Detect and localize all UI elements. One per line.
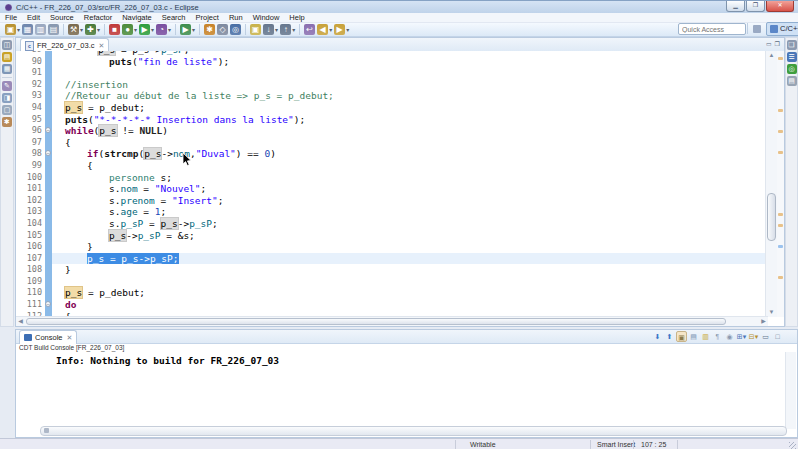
menu-item-file[interactable]: File: [0, 13, 22, 22]
back-button[interactable]: ◀▾: [317, 24, 332, 36]
dropdown-caret-icon[interactable]: ▾: [80, 26, 83, 33]
run-button[interactable]: ▶▾: [139, 24, 154, 36]
line-number[interactable]: 99: [16, 160, 45, 172]
dropdown-caret-icon[interactable]: ▾: [275, 26, 278, 33]
scrollbar-thumb[interactable]: [26, 318, 726, 325]
line-number[interactable]: 101: [16, 183, 45, 195]
minimized-view-1-icon[interactable]: ✎: [2, 81, 12, 91]
profile-button[interactable]: ◔▾: [156, 24, 171, 36]
pin-console-icon[interactable]: ◉: [724, 331, 735, 342]
toggle-mark-occurrences-button[interactable]: ▣: [250, 24, 261, 36]
dropdown-caret-icon[interactable]: ▾: [151, 26, 154, 33]
maximize-console-icon[interactable]: □: [772, 331, 783, 342]
line-number[interactable]: 95: [16, 114, 45, 126]
line-number[interactable]: 108: [16, 264, 45, 276]
restore-left-views-icon[interactable]: ◫: [2, 40, 12, 50]
console-tab-close-icon[interactable]: ✕: [67, 334, 73, 342]
editor-tab[interactable]: c FR_226_07_03.c ✕: [20, 38, 109, 52]
prev-annotation-button[interactable]: ↑▾: [280, 24, 295, 36]
minimized-view-docs-icon[interactable]: ▤: [787, 76, 797, 86]
editor-vertical-scrollbar[interactable]: ▲ ▼: [765, 51, 777, 317]
terminate-button[interactable]: ■: [109, 24, 120, 36]
display-selected-console-icon[interactable]: ⊞▾: [736, 331, 747, 342]
show-console-on-output-icon[interactable]: ▣: [676, 331, 687, 342]
forward-button[interactable]: ▶▾: [334, 24, 349, 36]
build-button[interactable]: ⚒▾: [68, 24, 83, 36]
line-number[interactable]: 91: [16, 67, 45, 79]
prev-console-annotation-icon[interactable]: ⬆: [664, 331, 675, 342]
dropdown-caret-icon[interactable]: ▾: [17, 26, 20, 33]
line-number[interactable]: 111: [16, 299, 45, 311]
dropdown-caret-icon[interactable]: ▾: [192, 26, 195, 33]
debug-button[interactable]: ●▾: [122, 24, 137, 36]
clear-console-icon[interactable]: ▤: [688, 331, 699, 342]
restore-right-views-icon[interactable]: ❏: [787, 40, 797, 50]
save-button[interactable]: ▦: [22, 24, 33, 36]
new-c-project-button[interactable]: ✚▾: [85, 24, 100, 36]
line-number[interactable]: 103: [16, 206, 45, 218]
tab-close-icon[interactable]: ✕: [99, 42, 105, 50]
line-number[interactable]: 98: [16, 148, 45, 160]
editor-horizontal-scrollbar[interactable]: ◀ ▶: [16, 316, 768, 326]
dropdown-caret-icon[interactable]: ▾: [168, 26, 171, 33]
fold-collapse-icon[interactable]: –: [45, 150, 51, 156]
maximize-editor-icon[interactable]: ❐: [775, 40, 780, 47]
resize-grip[interactable]: [789, 442, 796, 449]
scroll-right-icon[interactable]: ▶: [759, 317, 768, 326]
menu-item-run[interactable]: Run: [224, 13, 248, 22]
minimize-console-icon[interactable]: ▭: [760, 331, 771, 342]
scroll-lock-icon[interactable]: ▥: [700, 331, 711, 342]
dropdown-caret-icon[interactable]: ▾: [97, 26, 100, 33]
word-wrap-icon[interactable]: ¶: [712, 331, 723, 342]
print-button[interactable]: ▤: [48, 24, 59, 36]
menu-item-navigate[interactable]: Navigate: [117, 13, 157, 22]
line-number[interactable]: 104: [16, 218, 45, 230]
overview-ruler[interactable]: [777, 51, 784, 317]
menu-item-help[interactable]: Help: [284, 13, 309, 22]
line-number[interactable]: 109: [16, 276, 45, 288]
line-number[interactable]: 94: [16, 102, 45, 114]
minimized-view-3-icon[interactable]: ▢: [2, 105, 12, 115]
maximize-button[interactable]: ❐: [746, 1, 765, 12]
menu-item-window[interactable]: Window: [248, 13, 285, 22]
menu-item-refactor[interactable]: Refactor: [79, 13, 117, 22]
open-perspective-button[interactable]: [750, 23, 766, 35]
search-button[interactable]: ◎: [230, 24, 241, 36]
console-horizontal-scrollbar[interactable]: [40, 426, 787, 436]
minimize-button[interactable]: ▁: [726, 1, 745, 12]
line-number[interactable]: 107: [16, 253, 45, 265]
dropdown-caret-icon[interactable]: ▾: [292, 26, 295, 33]
line-number[interactable]: 90: [16, 56, 45, 68]
minimized-build-targets-icon[interactable]: ◎: [787, 64, 797, 74]
menu-item-source[interactable]: Source: [45, 13, 79, 22]
line-number[interactable]: 105: [16, 230, 45, 242]
menu-item-project[interactable]: Project: [191, 13, 224, 22]
console-tab[interactable]: Console ✕: [19, 330, 77, 344]
scrollbar-thumb[interactable]: [767, 193, 776, 241]
line-number[interactable]: 100: [16, 172, 45, 184]
line-number[interactable]: 110: [16, 287, 45, 299]
save-all-button[interactable]: ▥: [35, 24, 46, 36]
code-editor[interactable]: 89p_s = p_s->p_sP;90puts("fin de liste")…: [16, 51, 768, 317]
minimize-editor-icon[interactable]: ▭: [766, 40, 772, 47]
line-number[interactable]: 93: [16, 90, 45, 102]
menu-item-edit[interactable]: Edit: [22, 13, 45, 22]
minimized-project-explorer-icon[interactable]: ▤: [2, 52, 12, 62]
title-bar[interactable]: C/C++ - FR_226_07_03/src/FR_226_07_03.c …: [0, 1, 798, 13]
line-number[interactable]: 106: [16, 241, 45, 253]
close-button[interactable]: ✕: [766, 1, 794, 12]
next-annotation-button[interactable]: ↓▾: [263, 24, 278, 36]
dropdown-caret-icon[interactable]: ▾: [134, 26, 137, 33]
line-number[interactable]: 96: [16, 125, 45, 137]
dropdown-caret-icon[interactable]: ▾: [329, 26, 332, 33]
menu-item-search[interactable]: Search: [157, 13, 191, 22]
scroll-left-icon[interactable]: ◀: [16, 317, 25, 326]
line-number[interactable]: 102: [16, 195, 45, 207]
last-edit-location-button[interactable]: ↩: [304, 24, 315, 36]
console-vertical-scrollbar[interactable]: [785, 352, 796, 429]
new-button[interactable]: ▣▾: [5, 24, 20, 36]
dropdown-caret-icon[interactable]: ▾: [346, 26, 349, 33]
line-number[interactable]: 97: [16, 137, 45, 149]
open-element-button[interactable]: ◇: [217, 24, 228, 36]
console-output[interactable]: Info: Nothing to build for FR_226_07_03: [16, 352, 786, 429]
